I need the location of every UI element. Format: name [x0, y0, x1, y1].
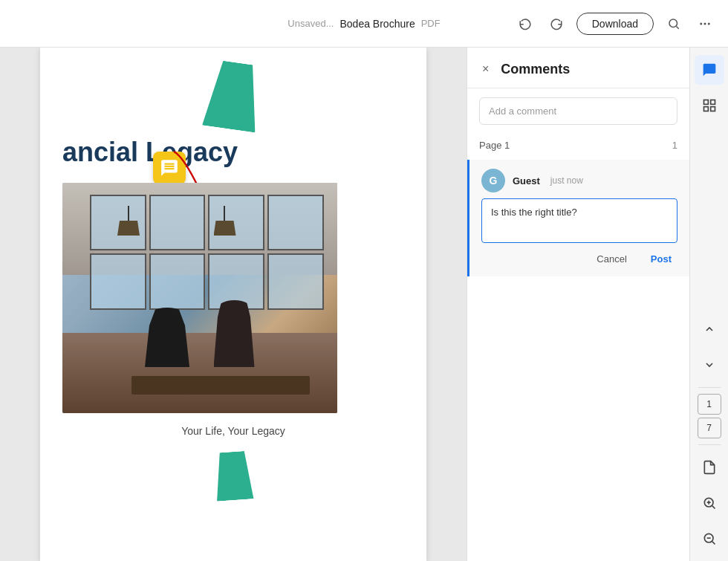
doc-type: PDF: [421, 18, 441, 29]
user-name: Guest: [513, 175, 540, 187]
svg-point-0: [669, 19, 677, 27]
right-sidebar: 1 7: [689, 48, 728, 561]
comments-panel-title: Comments: [501, 62, 677, 77]
search-button[interactable]: [663, 13, 685, 35]
sidebar-doc-icon-button[interactable]: [695, 453, 724, 482]
comment-actions: Cancel Post: [481, 250, 677, 267]
topbar: Unsaved... Bodea Brochure PDF Download: [0, 0, 728, 48]
svg-line-11: [712, 506, 715, 509]
svg-rect-6: [703, 100, 708, 105]
page-section-count: 1: [672, 140, 677, 151]
svg-point-4: [708, 22, 710, 25]
sidebar-grid-icon-button[interactable]: [695, 91, 724, 120]
unsaved-label: Unsaved...: [287, 18, 334, 29]
comment-user-row: G Guest just now: [481, 169, 677, 192]
main-layout: ancial Legacy: [0, 48, 728, 561]
comment-annotation-icon[interactable]: [153, 152, 186, 184]
svg-point-2: [700, 22, 702, 25]
topbar-right: Download: [514, 13, 716, 35]
post-comment-button[interactable]: Post: [645, 250, 677, 267]
page-1-badge[interactable]: 1: [698, 394, 721, 415]
close-comments-button[interactable]: ×: [479, 59, 492, 79]
sidebar-chevron-up-button[interactable]: [695, 314, 724, 344]
comment-item: G Guest just now Is this the right title…: [467, 160, 689, 276]
sidebar-zoom-out-button[interactable]: [695, 524, 724, 554]
pdf-area: ancial Legacy: [0, 48, 467, 561]
teal-shape-top: [199, 59, 267, 133]
download-button[interactable]: Download: [576, 13, 654, 35]
page-7-badge[interactable]: 7: [698, 418, 721, 438]
sidebar-comments-icon-button[interactable]: [695, 55, 724, 85]
sidebar-zoom-in-button[interactable]: [695, 488, 724, 518]
pdf-page: ancial Legacy: [40, 48, 426, 561]
svg-rect-7: [710, 100, 715, 105]
svg-rect-9: [710, 107, 715, 111]
teal-shape-bottom: [211, 450, 255, 502]
comment-time: just now: [550, 175, 583, 186]
svg-point-3: [704, 22, 706, 25]
user-avatar: G: [481, 169, 505, 192]
more-options-button[interactable]: [694, 13, 716, 35]
svg-line-1: [676, 26, 678, 28]
topbar-center: Unsaved... Bodea Brochure PDF: [287, 18, 440, 30]
svg-line-15: [712, 542, 715, 545]
pdf-subtitle: Your Life, Your Legacy: [62, 425, 404, 437]
add-comment-input[interactable]: Add a comment: [479, 97, 677, 125]
comments-panel: × Comments Add a comment Page 1 1 G Gues…: [467, 48, 689, 561]
svg-rect-8: [703, 107, 708, 111]
sidebar-divider-2: [698, 444, 721, 445]
comments-header: × Comments: [467, 48, 689, 88]
redo-button[interactable]: [545, 13, 568, 35]
pdf-photo: [62, 183, 337, 413]
page-title: ancial Legacy: [62, 137, 404, 168]
sidebar-chevron-down-button[interactable]: [695, 350, 724, 380]
undo-button[interactable]: [514, 13, 536, 35]
doc-title: Bodea Brochure: [339, 18, 415, 30]
page-section-header: Page 1 1: [467, 134, 689, 157]
sidebar-divider: [698, 387, 721, 388]
cancel-comment-button[interactable]: Cancel: [591, 250, 632, 267]
page-section-label: Page 1: [479, 140, 510, 151]
comment-text-box[interactable]: Is this the right title?: [481, 198, 677, 243]
